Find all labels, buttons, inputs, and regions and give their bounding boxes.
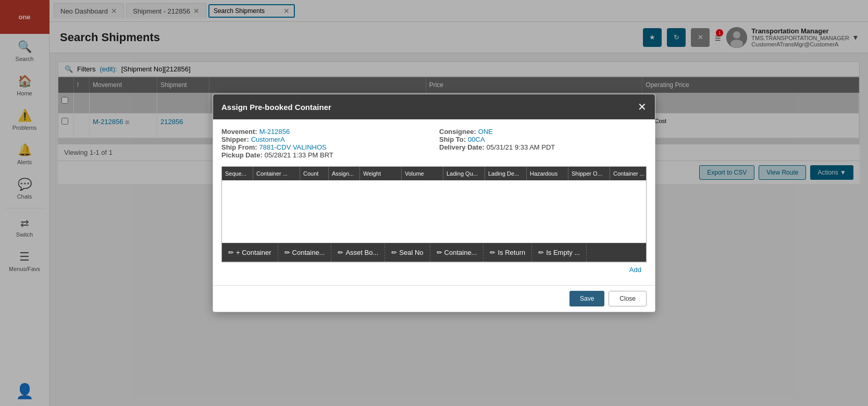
seal-no-btn[interactable]: ✏ Seal No [385, 243, 430, 262]
ship-to-info-row: Ship To: 00CA [439, 136, 647, 143]
modal-overlay: Assign Pre-booked Container ✕ Movement: … [0, 0, 868, 406]
add-container-btn[interactable]: ✏ + Container [222, 243, 278, 262]
is-empty-btn[interactable]: ✏ Is Empty ... [532, 243, 587, 262]
add-container-label: + Container [236, 249, 271, 256]
modal-close-x-button[interactable]: ✕ [638, 101, 647, 113]
pickup-date-label: Pickup Date: [221, 151, 263, 159]
ship-from-value[interactable]: 7881-CDV VALINHOS [259, 143, 327, 151]
modal-grid-header: Seque... Container ... Count Assign... W… [222, 167, 646, 180]
modal-body: Movement: M-212856 Shipper: CustomerA Sh… [213, 119, 655, 285]
delivery-date-info-row: Delivery Date: 05/31/21 9:33 AM PDT [439, 143, 647, 151]
mgcol-weight: Weight [360, 167, 402, 180]
add-row[interactable]: Add [221, 262, 647, 277]
edit-icon: ✏ [538, 249, 544, 256]
mgcol-hazardous: Hazardous [527, 167, 568, 180]
modal-header: Assign Pre-booked Container ✕ [213, 94, 655, 119]
consignee-value[interactable]: ONE [478, 128, 493, 136]
ship-from-info-row: Ship From: 7881-CDV VALINHOS [221, 143, 429, 151]
mgcol-count: Count [300, 167, 329, 180]
mgcol-lading-qu: Lading Qu... [443, 167, 485, 180]
edit-icon: ✏ [490, 249, 495, 256]
edit-icon: ✏ [284, 249, 290, 256]
container-edit-label: Containe... [292, 249, 325, 256]
add-label[interactable]: Add [629, 266, 641, 274]
movement-info-row: Movement: M-212856 [221, 128, 429, 136]
assign-container-modal: Assign Pre-booked Container ✕ Movement: … [213, 94, 655, 312]
modal-close-button[interactable]: Close [609, 291, 647, 306]
edit-icon: ✏ [391, 249, 397, 256]
asset-bo-btn[interactable]: ✏ Asset Bo... [331, 243, 385, 262]
edit-icon: ✏ [228, 249, 234, 256]
modal-footer: Save Close [213, 285, 655, 312]
modal-data-grid: Seque... Container ... Count Assign... W… [221, 166, 647, 262]
mgcol-assign: Assign... [329, 167, 360, 180]
mgcol-shipper: Shipper O... [568, 167, 610, 180]
edit-icon: ✏ [437, 249, 442, 256]
container-edit2-label: Containe... [444, 249, 477, 256]
is-return-btn[interactable]: ✏ Is Return [483, 243, 532, 262]
delivery-date-label: Delivery Date: [439, 143, 485, 151]
modal-bottom-toolbar: ✏ + Container ✏ Containe... ✏ Asset Bo..… [222, 243, 646, 262]
mgcol-volume: Volume [402, 167, 443, 180]
is-return-label: Is Return [498, 249, 525, 256]
ship-from-label: Ship From: [221, 143, 257, 151]
is-empty-label: Is Empty ... [546, 249, 580, 256]
movement-label: Movement: [221, 128, 257, 136]
modal-grid-empty [222, 180, 646, 243]
asset-bo-label: Asset Bo... [345, 249, 378, 256]
shipper-info-row: Shipper: CustomerA [221, 136, 429, 143]
edit-icon: ✏ [338, 249, 343, 256]
container-edit2-btn[interactable]: ✏ Containe... [430, 243, 484, 262]
consignee-label: Consignee: [439, 128, 476, 136]
modal-title: Assign Pre-booked Container [221, 103, 331, 112]
modal-save-button[interactable]: Save [569, 291, 604, 306]
consignee-info-row: Consignee: ONE [439, 128, 647, 136]
movement-value[interactable]: M-212856 [259, 128, 290, 136]
seal-no-label: Seal No [399, 249, 423, 256]
shipper-value[interactable]: CustomerA [251, 136, 285, 143]
mgcol-lading-de: Lading De... [485, 167, 527, 180]
container-edit-btn[interactable]: ✏ Containe... [278, 243, 332, 262]
pickup-date-info-row: Pickup Date: 05/28/21 1:33 PM BRT [221, 151, 429, 159]
mgcol-seq: Seque... [222, 167, 253, 180]
modal-info-grid: Movement: M-212856 Shipper: CustomerA Sh… [221, 128, 647, 159]
mgcol-container: Container ... [253, 167, 300, 180]
delivery-date-value: 05/31/21 9:33 AM PDT [487, 143, 555, 151]
pickup-date-value: 05/28/21 1:33 PM BRT [265, 151, 333, 159]
ship-to-label: Ship To: [439, 136, 466, 143]
ship-to-value[interactable]: 00CA [468, 136, 485, 143]
shipper-label: Shipper: [221, 136, 249, 143]
mgcol-container2: Container ... [610, 167, 647, 180]
